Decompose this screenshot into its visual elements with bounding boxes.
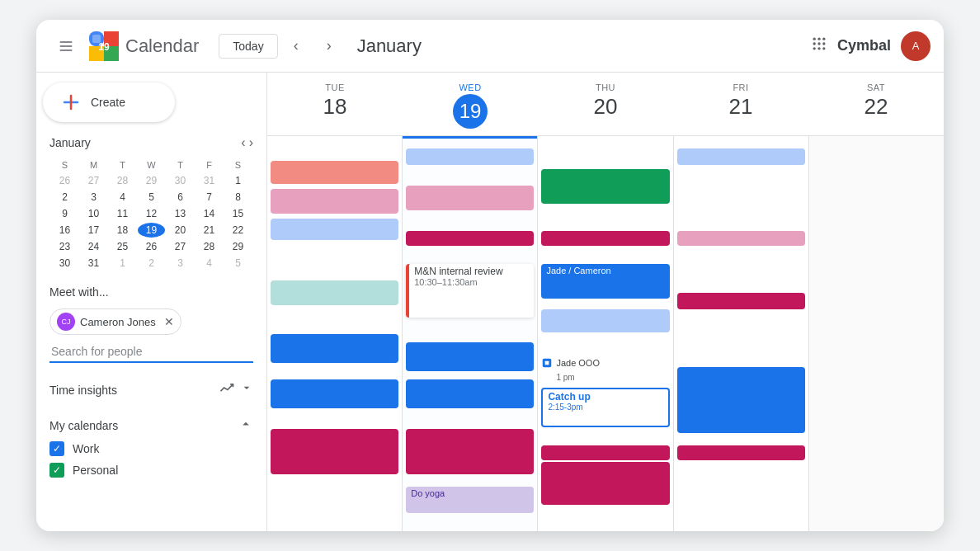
mini-cal-day[interactable]: 17: [80, 223, 107, 238]
my-calendars-chevron[interactable]: [238, 417, 253, 435]
app-title: Calendar: [125, 35, 199, 57]
event-thu-7[interactable]: [541, 445, 669, 460]
mini-cal-day[interactable]: 21: [196, 223, 223, 238]
svg-point-19: [822, 47, 825, 49]
event-fri-1[interactable]: [677, 148, 805, 165]
event-jade-ooo[interactable]: Jade OOO: [541, 357, 669, 369]
mini-cal-day[interactable]: 2: [138, 256, 165, 271]
next-button[interactable]: ›: [314, 31, 344, 61]
calendar-logo-icon: 19: [89, 31, 119, 61]
menu-icon[interactable]: [49, 30, 82, 63]
mini-cal-day[interactable]: 8: [224, 190, 252, 205]
mini-cal-day[interactable]: 12: [138, 206, 165, 221]
event-thu-4[interactable]: [541, 309, 669, 332]
mini-cal-day[interactable]: 22: [224, 223, 252, 238]
event-fri-2[interactable]: [677, 231, 805, 246]
mini-cal-day[interactable]: 11: [109, 206, 136, 221]
event-thu-8[interactable]: [541, 462, 669, 505]
user-avatar[interactable]: A: [901, 31, 931, 61]
mini-cal-day[interactable]: 31: [196, 173, 223, 188]
mini-cal-day[interactable]: 20: [167, 223, 194, 238]
event-wed-2[interactable]: [406, 186, 534, 210]
event-thu-2[interactable]: [541, 231, 669, 246]
event-tue-3[interactable]: [271, 219, 398, 240]
mini-cal-day[interactable]: 26: [51, 173, 78, 188]
mini-cal-day[interactable]: 5: [224, 256, 252, 271]
event-tue-7[interactable]: [271, 429, 398, 474]
mini-cal-header: January ‹ ›: [49, 135, 253, 150]
mini-cal-day[interactable]: 13: [167, 206, 194, 221]
mini-cal-day[interactable]: 3: [80, 190, 107, 205]
mini-cal-day[interactable]: 29: [138, 173, 165, 188]
app-logo: 19 Calendar: [89, 31, 199, 61]
mini-cal-day[interactable]: 27: [167, 239, 194, 254]
chart-icon[interactable]: [219, 379, 235, 400]
event-tue-4[interactable]: [271, 280, 398, 305]
mini-cal-day[interactable]: 25: [109, 239, 136, 254]
mini-cal-day[interactable]: 16: [51, 223, 78, 238]
mini-cal-day[interactable]: 28: [196, 239, 223, 254]
mini-cal-day[interactable]: 26: [138, 239, 165, 254]
header-right: Cymbal A: [811, 31, 931, 61]
cameron-avatar: CJ: [57, 313, 75, 331]
work-checkbox[interactable]: ✓: [49, 441, 64, 456]
mini-cal-day[interactable]: 1: [109, 256, 136, 271]
mini-cal-day[interactable]: 4: [196, 256, 223, 271]
apps-icon[interactable]: [811, 35, 827, 56]
mini-cal-day[interactable]: 5: [138, 190, 165, 205]
event-fri-5[interactable]: [677, 445, 805, 460]
event-wed-5[interactable]: [406, 342, 534, 371]
event-wed-7[interactable]: [406, 429, 534, 474]
mini-cal-day[interactable]: 19: [138, 223, 165, 238]
event-tue-2[interactable]: [271, 189, 398, 214]
mini-cal-day[interactable]: 6: [167, 190, 194, 205]
mini-cal-next[interactable]: ›: [249, 135, 253, 150]
mini-cal-day[interactable]: 24: [80, 239, 107, 254]
cameron-jones-chip[interactable]: CJ Cameron Jones ✕: [49, 308, 181, 335]
mini-cal-day[interactable]: 10: [80, 206, 107, 221]
expand-icon[interactable]: [240, 381, 253, 398]
mini-cal-day[interactable]: 1: [224, 173, 252, 188]
mini-cal-day[interactable]: 23: [51, 239, 78, 254]
mini-cal-day[interactable]: 30: [167, 173, 194, 188]
mini-cal-day[interactable]: 18: [109, 223, 136, 238]
mini-cal-day[interactable]: 28: [109, 173, 136, 188]
event-wed-top[interactable]: [406, 148, 534, 165]
mini-cal-day[interactable]: 30: [51, 256, 78, 271]
mini-cal-day[interactable]: 29: [224, 239, 252, 254]
svg-text:19: 19: [98, 41, 110, 53]
mini-cal-day[interactable]: 31: [80, 256, 107, 271]
event-tue-1[interactable]: [271, 161, 398, 184]
calendar-header-row: TUE 18 WED 19 THU 20 FRI 21 SAT 22: [267, 73, 944, 136]
mini-cal-day[interactable]: 4: [109, 190, 136, 205]
calendar-personal-item[interactable]: ✓ Personal: [43, 459, 260, 481]
calendar-work-item[interactable]: ✓ Work: [43, 438, 260, 459]
mini-cal-day[interactable]: 27: [80, 173, 107, 188]
search-people-input[interactable]: [49, 341, 253, 363]
mini-cal-day[interactable]: 3: [167, 256, 194, 271]
mini-cal-day[interactable]: 15: [224, 206, 252, 221]
mini-cal-day[interactable]: 7: [196, 190, 223, 205]
event-tue-5[interactable]: [271, 334, 398, 363]
prev-button[interactable]: ‹: [281, 31, 311, 61]
event-catch-up[interactable]: Catch up 2:15-3pm: [541, 388, 669, 427]
event-wed-6[interactable]: [406, 379, 534, 408]
mini-cal-prev[interactable]: ‹: [241, 135, 245, 150]
mini-cal-day[interactable]: 9: [51, 206, 78, 221]
event-do-yoga[interactable]: Do yoga: [406, 487, 534, 513]
mini-cal-day[interactable]: 14: [196, 206, 223, 221]
event-fri-3[interactable]: [677, 293, 805, 309]
event-fri-4[interactable]: [677, 367, 805, 433]
chip-close-icon[interactable]: ✕: [164, 315, 174, 328]
svg-point-18: [817, 47, 820, 49]
create-button[interactable]: Create: [43, 82, 175, 122]
personal-checkbox[interactable]: ✓: [49, 463, 64, 478]
event-thu-1[interactable]: [541, 169, 669, 204]
col-saturday: [809, 136, 944, 531]
mini-cal-day[interactable]: 2: [51, 190, 78, 205]
event-mn-review[interactable]: M&N internal review 10:30–11:30am: [406, 264, 534, 318]
event-tue-6[interactable]: [271, 379, 398, 408]
event-wed-3[interactable]: [406, 231, 534, 246]
event-jade-cameron[interactable]: Jade / Cameron: [541, 264, 669, 299]
today-button[interactable]: Today: [219, 34, 277, 59]
